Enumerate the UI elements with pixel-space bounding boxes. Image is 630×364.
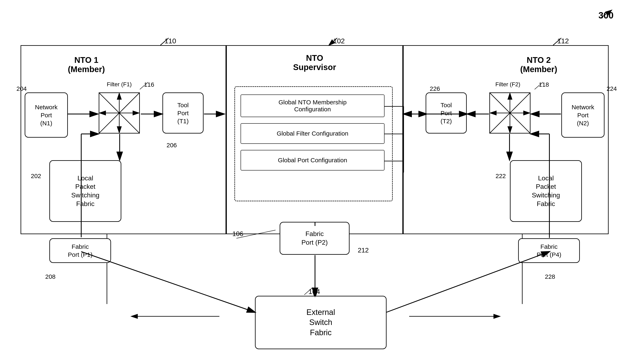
- filter-f1-arrows: [99, 92, 140, 133]
- ref106-arrow: [234, 228, 284, 240]
- fabric-port-p2-box: Fabric Port (P2): [280, 222, 350, 255]
- nto-supervisor-title: NTO Supervisor: [263, 53, 366, 72]
- filter-f2-label: Filter (F2): [489, 81, 526, 88]
- figure-arrow: [599, 8, 616, 18]
- nto1-title: NTO 1 (Member): [45, 55, 128, 74]
- local-fabric-nto2-box: Local Packet Switching Fabric: [510, 160, 582, 222]
- tool-port-t1-box: Tool Port (T1): [162, 92, 204, 133]
- svg-line-35: [304, 288, 312, 295]
- ref116-arrow: [136, 80, 152, 92]
- svg-line-17: [329, 38, 337, 45]
- network-port-n1-box: Network Port (N1): [25, 92, 68, 138]
- external-switch-fabric-box: External Switch Fabric: [255, 296, 386, 349]
- nto2-tool-port-ref: 226: [430, 85, 440, 92]
- ref-212: 212: [358, 247, 369, 254]
- nto2-title: NTO 2 (Member): [498, 55, 580, 74]
- svg-line-27: [553, 38, 561, 45]
- fabric-port-p4-ref: 228: [545, 273, 555, 280]
- fabric-port-p1-box: Fabric Port (P1): [49, 238, 111, 263]
- fabric-port-p1-ref: 208: [45, 273, 56, 280]
- network-port-n2-box: Network Port (N2): [561, 92, 604, 138]
- ref104-arrow: [300, 286, 317, 298]
- tool-port-t2-box: Tool Port (T2): [426, 92, 467, 133]
- svg-line-20: [140, 82, 148, 89]
- ref110-arrow: [156, 36, 173, 48]
- ref118-arrow: [530, 80, 547, 92]
- ref112-arrow: [549, 36, 566, 48]
- filter-f1-label: Filter (F1): [101, 81, 138, 88]
- svg-line-18: [236, 230, 276, 238]
- global-port-box: Global Port Configuration: [240, 150, 384, 170]
- local-fabric-nto2-ref: 222: [496, 173, 506, 180]
- nto1-network-port-ref: 204: [16, 85, 27, 92]
- global-filter-box: Global Filter Configuration: [240, 123, 384, 144]
- fabric-port-p4-box: Fabric Port (P4): [518, 238, 580, 263]
- svg-line-19: [160, 38, 168, 45]
- filter-f2-arrows: [489, 92, 530, 133]
- global-membership-box: Global NTO Membership Configuration: [240, 94, 384, 117]
- svg-line-16: [601, 10, 612, 17]
- nto2-network-port-ref: 224: [606, 85, 617, 92]
- diagram: 300 NTO Supervisor 102 Global NTO Member…: [0, 0, 630, 364]
- nto1-tool-port-ref: 206: [166, 142, 177, 149]
- local-fabric-nto1-ref: 202: [31, 173, 41, 180]
- ref102-arrow: [325, 36, 341, 48]
- local-fabric-nto1-box: Local Packet Switching Fabric: [49, 160, 121, 222]
- svg-line-28: [534, 82, 543, 89]
